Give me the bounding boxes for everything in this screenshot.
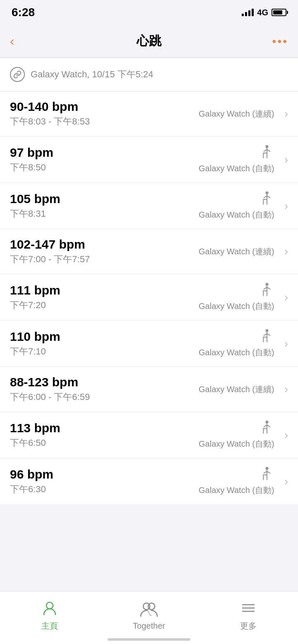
list-item-time: 下午7:20 <box>10 299 199 311</box>
chevron-right-icon: › <box>284 337 288 350</box>
status-right: 4G <box>242 8 286 17</box>
tab-home-label: 主頁 <box>41 620 58 632</box>
list-item[interactable]: 105 bpm 下午8:31 Galaxy Watch (自動) › <box>0 183 298 229</box>
nav-bar: ‹ 心跳 ••• <box>0 25 298 58</box>
chevron-right-icon: › <box>284 429 288 442</box>
svg-line-26 <box>264 334 267 335</box>
list-item-time: 下午6:50 <box>10 437 199 449</box>
list-item-source: Galaxy Watch (自動) <box>199 163 274 174</box>
svg-point-42 <box>46 602 53 609</box>
list-item[interactable]: 96 bpm 下午6:30 Galaxy Watch (自動) › <box>0 458 298 504</box>
home-icon <box>40 598 60 618</box>
svg-line-13 <box>267 196 270 198</box>
chevron-right-icon: › <box>284 291 288 304</box>
sitting-icon <box>260 145 274 161</box>
svg-line-20 <box>267 287 270 289</box>
list-item[interactable]: 111 bpm 下午7:20 Galaxy Watch (自動) › <box>0 274 298 321</box>
list-item-left: 113 bpm 下午6:50 <box>10 421 199 449</box>
list-item[interactable]: 102-147 bpm 下午7:00 - 下午7:57 Galaxy Watch… <box>0 229 298 274</box>
list-item-left: 102-147 bpm 下午7:00 - 下午7:57 <box>10 237 199 266</box>
list-item-left: 110 bpm 下午7:10 <box>10 330 199 358</box>
source-label: Galaxy Watch, 10/15 下午5:24 <box>31 68 153 81</box>
sitting-icon <box>260 420 274 437</box>
battery-fill <box>273 10 282 14</box>
list-item-value: 113 bpm <box>10 421 199 435</box>
list-item-right: Galaxy Watch (連續) <box>199 108 274 120</box>
list-item-left: 105 bpm 下午8:31 <box>10 192 199 220</box>
list-item-time: 下午6:00 - 下午6:59 <box>10 391 199 403</box>
list-item-source: Galaxy Watch (自動) <box>199 301 274 312</box>
list-item-time: 下午7:00 - 下午7:57 <box>10 253 199 266</box>
list-item-value: 97 bpm <box>10 146 199 160</box>
page-title: 心跳 <box>31 33 267 50</box>
list-item[interactable]: 97 bpm 下午8:50 Galaxy Watch (自動) › <box>0 136 298 183</box>
svg-line-27 <box>267 334 270 335</box>
svg-line-41 <box>267 472 270 473</box>
list-item[interactable]: 110 bpm 下午7:10 Galaxy Watch (自動) › <box>0 321 298 367</box>
tab-bar: 主頁 Together 更多 <box>0 591 298 644</box>
tab-more-label: 更多 <box>240 620 257 632</box>
list-item-right: Galaxy Watch (自動) <box>199 467 274 496</box>
svg-line-34 <box>267 425 270 427</box>
signal-icon <box>242 9 254 16</box>
list-item-right: Galaxy Watch (自動) <box>199 420 274 450</box>
list-item-source: Galaxy Watch (自動) <box>199 209 274 220</box>
list-item-right: Galaxy Watch (自動) <box>199 191 274 220</box>
tab-more[interactable]: 更多 <box>199 598 298 632</box>
list-item-value: 96 bpm <box>10 467 199 481</box>
list-item-value: 102-147 bpm <box>10 237 199 251</box>
chevron-right-icon: › <box>284 475 288 488</box>
list-item-value: 111 bpm <box>10 283 199 297</box>
svg-point-44 <box>148 603 155 610</box>
list-item-right: Galaxy Watch (自動) <box>199 329 274 358</box>
list-item-right: Galaxy Watch (自動) <box>199 282 274 312</box>
chevron-right-icon: › <box>284 245 288 258</box>
svg-line-6 <box>267 150 270 151</box>
list-item-right: Galaxy Watch (自動) <box>199 145 274 174</box>
svg-line-5 <box>264 150 267 151</box>
list-item-left: 96 bpm 下午6:30 <box>10 467 199 496</box>
svg-point-21 <box>265 329 268 332</box>
list-item-left: 90-140 bpm 下午8:03 - 下午8:53 <box>10 100 199 128</box>
tab-together[interactable]: Together <box>99 599 199 631</box>
list-item-left: 88-123 bpm 下午6:00 - 下午6:59 <box>10 375 199 403</box>
list-item-left: 97 bpm 下午8:50 <box>10 146 199 174</box>
back-button[interactable]: ‹ <box>10 34 31 49</box>
status-bar: 6:28 4G <box>0 0 298 25</box>
svg-line-33 <box>264 425 267 427</box>
home-indicator <box>108 638 190 641</box>
chevron-right-icon: › <box>284 383 288 396</box>
source-row: Galaxy Watch, 10/15 下午5:24 <box>0 58 298 91</box>
list-item-source: Galaxy Watch (連續) <box>199 246 274 257</box>
records-list: 90-140 bpm 下午8:03 - 下午8:53 Galaxy Watch … <box>0 91 298 504</box>
list-item[interactable]: 88-123 bpm 下午6:00 - 下午6:59 Galaxy Watch … <box>0 367 298 412</box>
list-item-time: 下午8:50 <box>10 161 199 174</box>
list-item-value: 105 bpm <box>10 192 199 206</box>
sitting-icon <box>260 467 274 483</box>
svg-point-28 <box>265 421 268 424</box>
svg-point-14 <box>265 283 268 286</box>
list-item-time: 下午7:10 <box>10 345 199 358</box>
together-icon <box>139 599 159 619</box>
list-item-left: 111 bpm 下午7:20 <box>10 283 199 311</box>
list-item-right: Galaxy Watch (連續) <box>199 246 274 257</box>
list-item[interactable]: 113 bpm 下午6:50 Galaxy Watch (自動) › <box>0 412 298 458</box>
sitting-icon <box>260 329 274 345</box>
list-item-source: Galaxy Watch (自動) <box>199 347 274 358</box>
chevron-right-icon: › <box>284 199 288 213</box>
sitting-icon <box>260 191 274 208</box>
chevron-right-icon: › <box>284 153 288 166</box>
list-item[interactable]: 90-140 bpm 下午8:03 - 下午8:53 Galaxy Watch … <box>0 91 298 136</box>
tab-home[interactable]: 主頁 <box>0 598 99 632</box>
more-button[interactable]: ••• <box>267 35 288 48</box>
list-item-source: Galaxy Watch (自動) <box>199 485 274 496</box>
list-item-source: Galaxy Watch (自動) <box>199 438 274 450</box>
list-item-time: 下午8:03 - 下午8:53 <box>10 115 199 128</box>
svg-line-19 <box>264 287 267 289</box>
more-menu-icon <box>238 598 258 618</box>
sitting-icon <box>260 282 274 299</box>
list-item-value: 88-123 bpm <box>10 375 199 389</box>
list-item-source: Galaxy Watch (連續) <box>199 108 274 120</box>
chevron-right-icon: › <box>284 107 288 120</box>
list-item-source: Galaxy Watch (連續) <box>199 384 274 395</box>
